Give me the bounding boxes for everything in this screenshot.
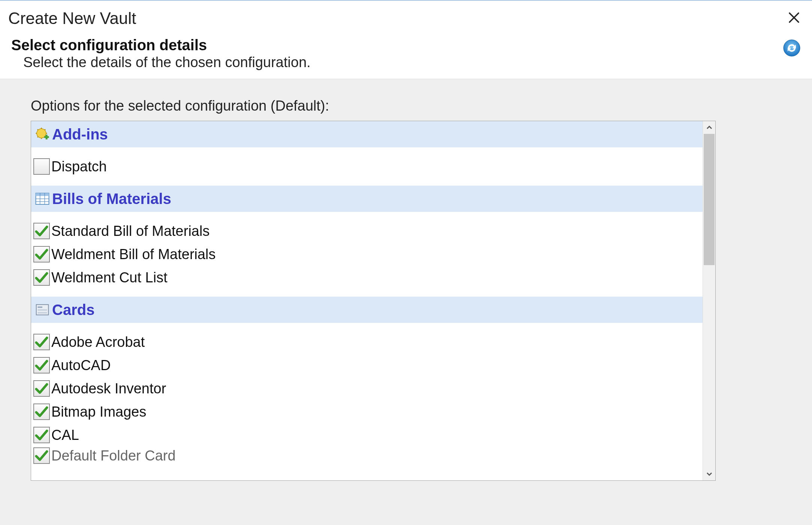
- checkbox[interactable]: [33, 427, 50, 443]
- option-item[interactable]: CAL: [31, 423, 703, 447]
- option-label: Weldment Bill of Materials: [51, 246, 216, 262]
- checkbox[interactable]: [33, 223, 50, 239]
- option-item[interactable]: Autodesk Inventor: [31, 377, 703, 400]
- svg-rect-12: [38, 309, 47, 311]
- checkbox[interactable]: [33, 269, 50, 286]
- svg-rect-5: [36, 193, 49, 196]
- scrollbar[interactable]: [703, 121, 715, 480]
- options-listbox: Add-ins Dispatch: [31, 121, 716, 481]
- option-label: Adobe Acrobat: [51, 334, 145, 350]
- group-header-cards[interactable]: Cards: [31, 297, 703, 323]
- svg-point-0: [784, 40, 800, 56]
- option-item[interactable]: AutoCAD: [31, 354, 703, 377]
- group-header-bom[interactable]: Bills of Materials: [31, 186, 703, 212]
- titlebar: Create New Vault: [0, 1, 812, 33]
- group-title: Cards: [52, 302, 94, 318]
- checkbox[interactable]: [33, 334, 50, 350]
- dialog-title: Create New Vault: [8, 9, 136, 28]
- svg-rect-11: [38, 306, 43, 308]
- checkbox[interactable]: [33, 404, 50, 420]
- scroll-track[interactable]: [703, 134, 715, 468]
- scroll-down-icon[interactable]: [703, 468, 716, 480]
- checkbox[interactable]: [33, 357, 50, 374]
- close-icon[interactable]: [784, 9, 804, 28]
- addins-icon: [33, 125, 51, 143]
- option-label: Weldment Cut List: [51, 270, 167, 286]
- options-label: Options for the selected configuration (…: [0, 88, 812, 118]
- option-label: Autodesk Inventor: [51, 381, 166, 397]
- refresh-icon[interactable]: [783, 39, 801, 57]
- option-label: Default Folder Card: [51, 448, 176, 464]
- option-item[interactable]: Dispatch: [31, 155, 703, 178]
- options-content: Add-ins Dispatch: [31, 121, 703, 480]
- group-header-addins[interactable]: Add-ins: [31, 121, 703, 147]
- scroll-up-icon[interactable]: [703, 121, 716, 134]
- option-item[interactable]: Bitmap Images: [31, 400, 703, 423]
- option-item[interactable]: Default Folder Card: [31, 447, 703, 465]
- checkbox[interactable]: [33, 380, 50, 397]
- svg-rect-13: [38, 312, 47, 314]
- cards-icon: [33, 301, 51, 319]
- option-label: Standard Bill of Materials: [51, 223, 209, 239]
- option-item[interactable]: Adobe Acrobat: [31, 330, 703, 354]
- header-section: Select configuration details Select the …: [0, 33, 812, 79]
- scroll-thumb[interactable]: [704, 134, 715, 265]
- checkbox[interactable]: [33, 158, 50, 175]
- header-title: Select configuration details: [11, 37, 311, 54]
- group-title: Add-ins: [52, 126, 108, 143]
- option-label: AutoCAD: [51, 357, 111, 374]
- option-item[interactable]: Weldment Cut List: [31, 266, 703, 289]
- svg-rect-3: [46, 135, 48, 140]
- option-label: CAL: [51, 427, 79, 443]
- option-item[interactable]: Weldment Bill of Materials: [31, 243, 703, 266]
- dialog-body: Options for the selected configuration (…: [0, 79, 812, 481]
- option-item[interactable]: Standard Bill of Materials: [31, 219, 703, 243]
- option-label: Bitmap Images: [51, 404, 146, 420]
- checkbox[interactable]: [33, 246, 50, 262]
- group-title: Bills of Materials: [52, 190, 171, 207]
- table-icon: [33, 190, 51, 208]
- checkbox[interactable]: [33, 447, 50, 464]
- header-subtitle: Select the details of the chosen configu…: [11, 54, 311, 70]
- option-label: Dispatch: [51, 159, 107, 175]
- create-vault-dialog: Create New Vault Select configuration de…: [0, 0, 812, 481]
- header-text: Select configuration details Select the …: [11, 37, 311, 70]
